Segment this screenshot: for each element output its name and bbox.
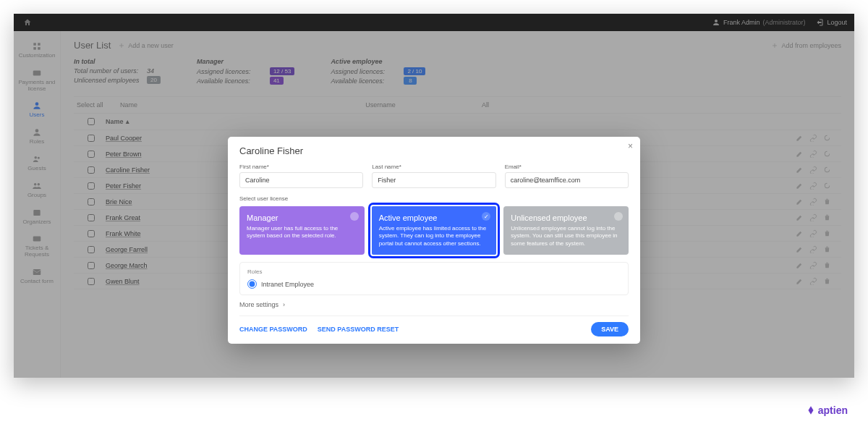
license-section-label: Select user license	[239, 195, 629, 202]
first-name-label: First name*	[239, 164, 363, 170]
save-button[interactable]: SAVE	[591, 322, 629, 336]
first-name-field[interactable]	[239, 172, 363, 188]
edit-user-modal: × Caroline Fisher First name* Last name*…	[228, 137, 640, 344]
roles-label: Roles	[247, 268, 621, 275]
email-label: Email*	[505, 164, 629, 170]
role-label: Intranet Employee	[261, 281, 314, 288]
radio-unchecked-icon	[350, 212, 359, 221]
modal-overlay: × Caroline Fisher First name* Last name*…	[14, 14, 854, 378]
change-password-button[interactable]: CHANGE PASSWORD	[239, 326, 307, 333]
last-name-field[interactable]	[372, 172, 495, 188]
license-card-manager[interactable]: Manager Manager user has full access to …	[239, 206, 365, 255]
license-card-active-employee[interactable]: ✓ Active employee Active employee has li…	[372, 206, 497, 255]
radio-checked-icon: ✓	[482, 212, 490, 221]
brand-logo: aptien	[806, 405, 848, 416]
modal-title: Caroline Fisher	[239, 145, 629, 156]
email-field[interactable]	[505, 172, 629, 188]
role-radio-intranet[interactable]	[247, 279, 257, 289]
radio-unchecked-icon	[614, 212, 623, 221]
roles-box: Roles Intranet Employee	[239, 262, 629, 295]
send-password-reset-button[interactable]: SEND PASSWORD RESET	[318, 326, 399, 333]
chevron-right-icon: ›	[283, 301, 285, 308]
license-card-unlicensed[interactable]: Unlicensed employee Unlicensed employee …	[503, 206, 629, 255]
more-settings-toggle[interactable]: More settings ›	[239, 301, 629, 308]
close-icon[interactable]: ×	[628, 141, 633, 151]
brand-icon	[806, 405, 816, 415]
last-name-label: Last name*	[372, 164, 495, 170]
